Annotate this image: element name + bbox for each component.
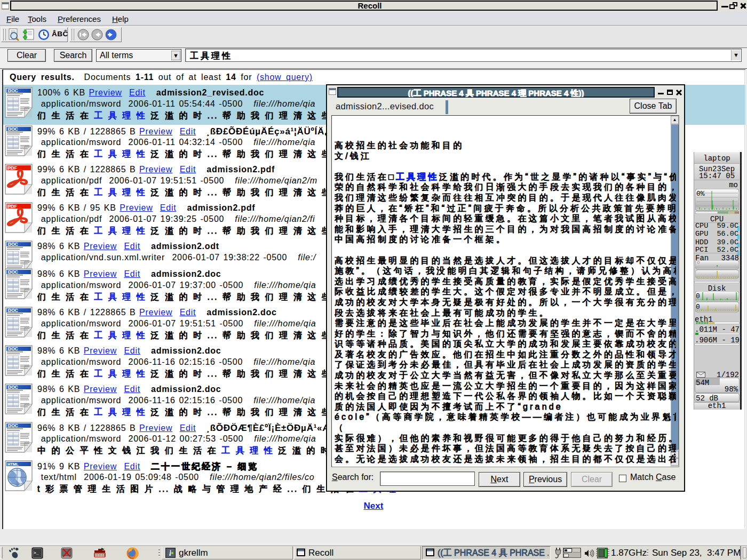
svg-text:DOC: DOC [8, 346, 18, 351]
svg-text:DOC: DOC [8, 126, 18, 132]
svg-text:>_: >_ [34, 550, 39, 555]
svg-text:DOC: DOC [8, 242, 18, 247]
svg-text:HTML: HTML [7, 462, 19, 467]
svg-text:DOC: DOC [8, 269, 18, 275]
svg-text:DOC: DOC [8, 88, 18, 93]
svg-text:DOC: DOC [8, 385, 18, 390]
svg-text:DOC: DOC [8, 308, 18, 313]
svg-text:PDF: PDF [7, 165, 18, 171]
svg-text:DOC: DOC [8, 423, 18, 428]
svg-text:PDF: PDF [7, 204, 18, 209]
